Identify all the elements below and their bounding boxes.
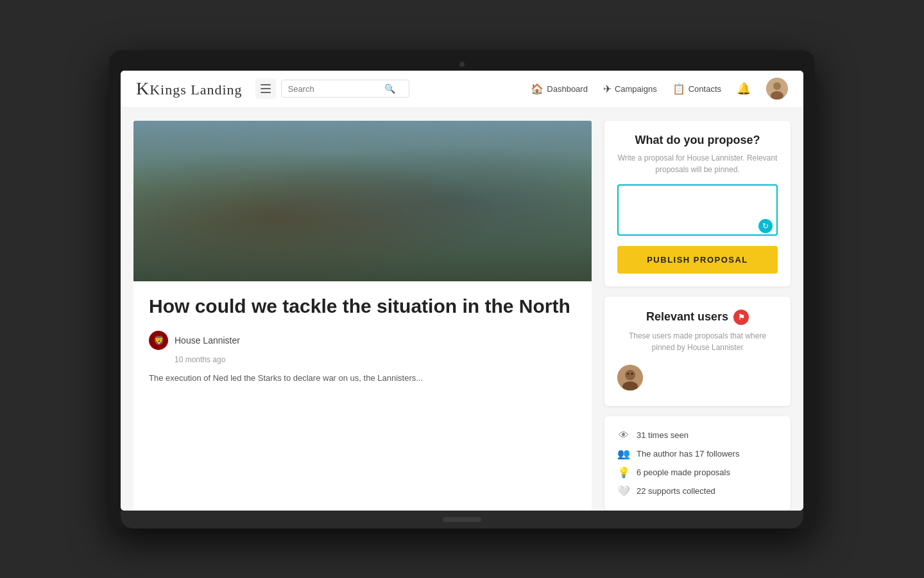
refresh-icon: ↻ [758, 219, 773, 233]
svg-point-32 [631, 372, 633, 374]
article-meta: 🦁 House Lannister [149, 331, 576, 350]
stat-times-seen: 👁 31 times seen [617, 426, 778, 444]
svg-rect-20 [407, 182, 422, 187]
svg-line-21 [377, 203, 393, 212]
relevant-users-card: Relevant users ⚑ These users made propos… [604, 297, 791, 406]
svg-line-22 [435, 197, 450, 203]
relevant-users-title: Relevant users ⚑ [617, 310, 778, 325]
svg-marker-8 [133, 182, 592, 241]
contacts-icon: 📋 [672, 83, 685, 95]
svg-point-18 [401, 170, 427, 202]
house-name: House Lannister [175, 335, 240, 346]
svg-line-26 [423, 238, 427, 262]
svg-rect-14 [275, 163, 289, 167]
bell-icon: 🔔 [737, 82, 751, 95]
article-hero-image [133, 121, 592, 281]
svg-point-17 [393, 186, 434, 238]
hamburger-button[interactable] [255, 78, 276, 99]
proposal-card: What do you propose? Write a proposal fo… [604, 121, 791, 286]
relevant-user-avatar[interactable] [617, 365, 643, 390]
svg-rect-3 [133, 121, 592, 281]
house-badge: 🦁 [149, 331, 168, 350]
nav-contacts[interactable]: 📋 Contacts [672, 83, 721, 95]
site-logo: KKings Landing [136, 78, 243, 99]
svg-point-7 [415, 128, 518, 170]
article-time: 10 months ago [175, 355, 576, 364]
proposal-textarea[interactable] [617, 184, 778, 236]
notification-bell[interactable]: 🔔 [737, 82, 751, 96]
laptop-screen: KKings Landing 🔍 🏠 Dashboard ✈ Campaigns [121, 71, 803, 511]
main-content: How could we tackle the situation in the… [121, 108, 803, 511]
svg-point-24 [361, 205, 383, 233]
relevant-users-desc: These users made proposals that where pi… [617, 330, 778, 353]
heart-icon: 🤍 [617, 485, 630, 497]
svg-line-25 [401, 238, 406, 262]
svg-point-10 [248, 184, 271, 209]
campaigns-icon: ✈ [603, 83, 612, 95]
eye-icon: 👁 [617, 430, 630, 441]
svg-line-15 [248, 240, 252, 264]
stat-proposals: 💡 6 people made proposals [617, 463, 778, 482]
article-title: How could we tackle the situation in the… [149, 294, 576, 319]
flag-icon: ⚑ [733, 310, 749, 325]
svg-rect-4 [133, 241, 592, 281]
svg-point-31 [628, 372, 629, 374]
svg-point-19 [403, 173, 425, 188]
stats-card: 👁 31 times seen 👥 The author has 17 foll… [604, 416, 791, 511]
laptop-notch [443, 517, 481, 522]
textarea-wrap: ↻ [617, 184, 778, 238]
article-body: How could we tackle the situation in the… [133, 281, 592, 396]
svg-line-12 [259, 168, 282, 206]
svg-point-29 [625, 370, 635, 380]
search-box: 🔍 [281, 80, 409, 98]
relevant-avatars [617, 362, 778, 393]
search-input[interactable] [288, 84, 384, 94]
nav-campaigns[interactable]: ✈ Campaigns [603, 83, 657, 95]
publish-proposal-button[interactable]: PUBLISH PROPOSAL [617, 246, 778, 274]
svg-line-13 [281, 130, 304, 168]
svg-line-27 [355, 204, 422, 227]
article-excerpt: The execution of Ned led the Starks to d… [149, 372, 576, 385]
svg-line-16 [266, 240, 270, 264]
camera-dot [459, 62, 465, 67]
proposal-card-title: What do you propose? [617, 134, 778, 147]
search-icon: 🔍 [384, 83, 395, 94]
followers-icon: 👥 [617, 448, 630, 460]
lightbulb-icon: 💡 [617, 466, 630, 478]
user-avatar[interactable] [766, 78, 788, 100]
svg-rect-11 [249, 193, 270, 199]
dashboard-icon: 🏠 [531, 83, 543, 95]
right-sidebar: What do you propose? Write a proposal fo… [604, 121, 791, 511]
stat-supports: 🤍 22 supports collected [617, 482, 778, 500]
svg-point-5 [163, 134, 252, 171]
laptop-chin [121, 511, 803, 529]
laptop-frame: KKings Landing 🔍 🏠 Dashboard ✈ Campaigns [109, 50, 815, 529]
stat-followers: 👥 The author has 17 followers [617, 444, 778, 463]
article-column: How could we tackle the situation in the… [133, 121, 592, 511]
nav-dashboard[interactable]: 🏠 Dashboard [531, 83, 588, 95]
svg-point-1 [773, 82, 781, 90]
proposal-card-subtitle: Write a proposal for House Lannister. Re… [617, 152, 778, 175]
svg-point-9 [243, 198, 275, 240]
svg-point-23 [357, 201, 386, 238]
svg-point-6 [222, 121, 340, 164]
nav-right: 🏠 Dashboard ✈ Campaigns 📋 Contacts 🔔 [531, 78, 788, 100]
navbar: KKings Landing 🔍 🏠 Dashboard ✈ Campaigns [121, 71, 803, 108]
